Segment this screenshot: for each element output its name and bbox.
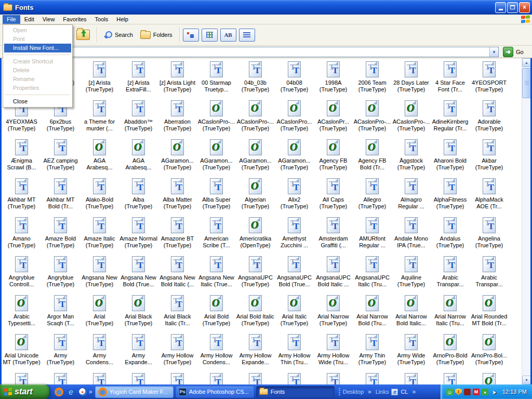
font-item[interactable]: TTAngsana NewBold Italic (... (158, 255, 197, 294)
font-item[interactable]: OAGaramon...(TrueType) (236, 138, 275, 177)
font-item[interactable]: TTAngsanaUPCBold (True... (275, 255, 314, 294)
menu-favorites[interactable]: Favorites (59, 15, 90, 24)
font-item[interactable]: TT (119, 372, 158, 384)
mouse-pointer-icon[interactable]: ▲ (489, 387, 498, 396)
go-button[interactable]: ➜ (503, 47, 513, 57)
hardware-icon[interactable]: ▲ (482, 389, 488, 395)
thumbnails-view-button[interactable] (183, 29, 199, 42)
font-item[interactable]: TTAkhbar MTBold (Tr... (41, 177, 80, 216)
font-item[interactable]: TTAlba Super(TrueType) (197, 177, 236, 216)
font-item[interactable]: TTAlmagroRegular ... (392, 177, 431, 216)
font-item[interactable]: TT (275, 372, 314, 384)
font-item[interactable]: TTArmy Thin(TrueType) (353, 333, 392, 372)
security-shield-icon[interactable]: ! (455, 389, 462, 395)
menu-help[interactable]: Help (112, 15, 132, 24)
font-item[interactable]: TTAkhbar MT(TrueType) (2, 177, 41, 216)
font-item[interactable]: TTArmyExpande... (119, 333, 158, 372)
font-item[interactable]: OACaslonPro-...(TrueType) (236, 99, 275, 138)
font-item[interactable]: TT[z] AristaExtraFill... (119, 60, 158, 99)
font-item[interactable]: TT (80, 372, 119, 384)
font-item[interactable]: OArial NarrowBold (Tru... (353, 294, 392, 333)
font-item[interactable]: TTAquiline(TrueType) (392, 255, 431, 294)
font-item[interactable]: TTAlba Matter(TrueType) (158, 177, 197, 216)
font-item[interactable]: TTAlako-Bold(TrueType) (80, 177, 119, 216)
font-item[interactable]: OArial Italic(TrueType) (275, 294, 314, 333)
scroll-up-button[interactable]: ▲ (522, 58, 530, 67)
font-item[interactable]: TTAllegro(TrueType) (353, 177, 392, 216)
font-item[interactable]: TTAberration(TrueType) (158, 99, 197, 138)
list-view-button[interactable] (202, 29, 218, 42)
font-item[interactable]: OArial Black(TrueType) (119, 294, 158, 333)
font-item[interactable]: TTÄggstock(TrueType) (392, 138, 431, 177)
font-item[interactable]: OAgency FBBold (Tr... (353, 138, 392, 177)
font-item[interactable]: TT[z] Arista Light(TrueType) (158, 60, 197, 99)
ie-icon[interactable]: e (66, 388, 75, 396)
links-item-icon[interactable]: e (391, 389, 398, 395)
font-item[interactable]: TTArmy Hollow(TrueType) (158, 333, 197, 372)
font-item[interactable]: TTArabicTranspar... (470, 255, 509, 294)
font-item[interactable]: TTAndale MonoIPA (True... (392, 216, 431, 255)
font-item[interactable]: TTAkbar(TrueType) (470, 138, 509, 177)
font-item[interactable]: TTAharoni Bold(TrueType) (431, 138, 470, 177)
mcafee-icon[interactable]: M (473, 389, 480, 395)
font-item[interactable]: TTAll Caps(TrueType) (314, 177, 353, 216)
folders-button[interactable]: Folders (137, 29, 176, 41)
font-item[interactable]: TTAbaddon™(TrueType) (119, 99, 158, 138)
font-item[interactable]: TTAmaze Bold(TrueType) (41, 216, 80, 255)
font-item[interactable]: TT (353, 372, 392, 384)
font-item[interactable]: OArnoPro-Bold(TrueType) (431, 333, 470, 372)
font-item[interactable]: TT[z] Arista(TrueType) (80, 60, 119, 99)
font-item[interactable]: TT (197, 372, 236, 384)
messenger-icon[interactable]: ☺ (446, 389, 453, 395)
font-item[interactable]: TTArmy Wide(TrueType) (392, 333, 431, 372)
font-item[interactable]: TTAEZ camping(TrueType) (41, 138, 80, 177)
toolbar-grip[interactable] (339, 388, 340, 396)
font-item[interactable]: OArial UnicodeMT (TrueType) (2, 333, 41, 372)
quick-launch-overflow-chevron[interactable]: » (89, 388, 92, 395)
font-item[interactable]: OArial NarrowBold Italic... (392, 294, 431, 333)
font-item[interactable]: OArial NarrowItalic (Tru... (431, 294, 470, 333)
menu-edit[interactable]: Edit (20, 15, 38, 24)
red-app-icon[interactable] (464, 389, 471, 395)
font-item[interactable]: TTAngryblue(TrueType) (41, 255, 80, 294)
font-item[interactable]: O (470, 372, 509, 384)
font-item[interactable]: TT4YEOSPORT(TrueType) (470, 60, 509, 99)
restore-button[interactable] (507, 2, 518, 13)
font-item[interactable]: OAmericratika(OpenType) (236, 216, 275, 255)
task-button-yugioh-card-maker-f-[interactable]: Yugioh Card Maker F... (95, 386, 174, 398)
font-item[interactable]: TTAmericanScribe (T... (197, 216, 236, 255)
font-item[interactable]: TTAngsanaUPC(TrueType) (236, 255, 275, 294)
media-player-icon[interactable]: ▸ (78, 388, 87, 396)
font-item[interactable]: TTAngelina(TrueType) (470, 216, 509, 255)
font-item[interactable]: OAGaramon...(TrueType) (197, 138, 236, 177)
font-item[interactable]: OArial Bold(TrueType) (197, 294, 236, 333)
details-view-button[interactable] (239, 29, 255, 42)
menu-view[interactable]: View (38, 15, 59, 24)
font-item[interactable]: OAGaramon...(TrueType) (275, 138, 314, 177)
title-bar[interactable]: Fonts × (0, 0, 532, 15)
font-item[interactable]: TTAmsterdamGraffiti (... (314, 216, 353, 255)
font-item[interactable]: TT (236, 372, 275, 384)
font-item[interactable]: TTAMURfontRegular ... (353, 216, 392, 255)
font-item[interactable]: TTAmaze Normal(TrueType) (119, 216, 158, 255)
file-menu-item-install-new-font-[interactable]: Install New Font... (4, 44, 71, 52)
font-item[interactable]: TTAmaze Italic(TrueType) (80, 216, 119, 255)
font-item[interactable]: OACaslonPro-...(TrueType) (392, 99, 431, 138)
font-item[interactable]: OAGaramon...(TrueType) (158, 138, 197, 177)
desktop-toolbar-label[interactable]: Desktop (343, 389, 364, 395)
font-item[interactable]: TTArmyCondens... (80, 333, 119, 372)
font-item[interactable]: TTAdineKirnbergRegular (Tr... (431, 99, 470, 138)
font-item[interactable]: TTAlix2(TrueType) (275, 177, 314, 216)
font-item[interactable]: TTAmazone BT(TrueType) (158, 216, 197, 255)
menu-file[interactable]: File (3, 15, 20, 24)
font-item[interactable]: TTa Theme formurder (... (80, 99, 119, 138)
font-item[interactable]: TT (2, 372, 41, 384)
font-item[interactable]: TTAlphaFitness(TrueType) (431, 177, 470, 216)
font-item[interactable]: TT2006 Team(TrueType) (353, 60, 392, 99)
font-item[interactable]: TTAngsanaUPCItalic (Tru... (353, 255, 392, 294)
font-item[interactable]: OACaslonPr...(TrueType) (314, 99, 353, 138)
task-button-fonts[interactable]: Fonts (256, 386, 335, 398)
close-button[interactable]: × (519, 2, 530, 13)
font-item[interactable]: TTAmethystZucchini ... (275, 216, 314, 255)
up-button[interactable] (73, 28, 94, 42)
